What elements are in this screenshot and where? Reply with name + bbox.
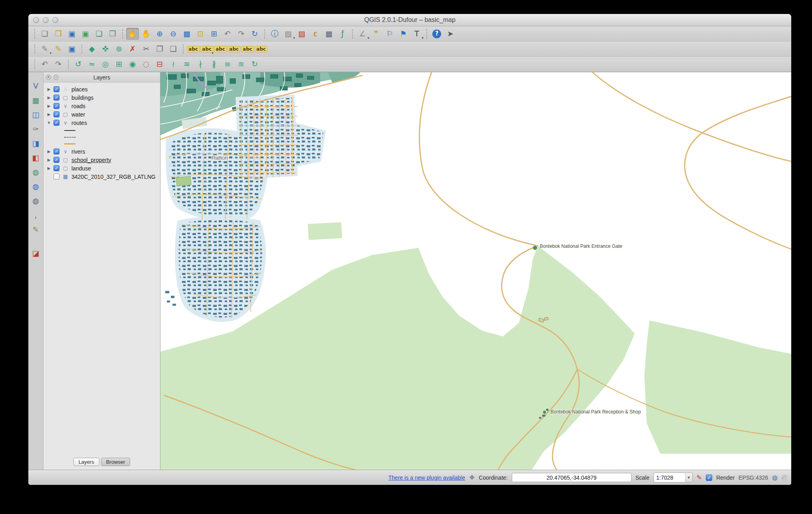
titlebar[interactable]: QGIS 2.0.1-Dufour – basic_map xyxy=(28,14,791,26)
measure-button[interactable]: ∠▾ xyxy=(356,28,369,40)
layer-label[interactable]: 3420C_2010_327_RGB_LATLNG xyxy=(71,174,156,180)
node-tool-button[interactable]: ⊚ xyxy=(113,43,125,55)
merge-attributes-button[interactable]: ≊ xyxy=(235,58,248,70)
paste-features-button[interactable]: ❑ xyxy=(167,43,180,55)
layer-row-places[interactable]: ▶✓∴places xyxy=(44,85,160,93)
refresh-map-button[interactable]: ↻ xyxy=(248,28,261,40)
highlight-pinned-labels-button[interactable]: abc xyxy=(214,43,227,55)
zoom-to-layer-button[interactable]: ⊞ xyxy=(208,28,220,40)
new-bookmark-button[interactable]: ⚐ xyxy=(383,28,396,40)
close-window-button[interactable] xyxy=(33,17,39,23)
open-project-button[interactable]: ❐ xyxy=(52,28,65,40)
crs-status-button[interactable]: ◍ xyxy=(772,474,778,481)
layer-visibility-checkbox[interactable]: ✓ xyxy=(53,111,59,117)
layer-visibility-checkbox[interactable]: ✓ xyxy=(53,86,59,92)
composer-manager-button[interactable]: ❒ xyxy=(106,28,119,40)
layer-row-roads[interactable]: ▶✓∨roads xyxy=(44,102,160,110)
expand-arrow-icon[interactable]: ▶ xyxy=(47,95,51,100)
delete-ring-button[interactable]: ◌ xyxy=(140,58,152,70)
current-edits-button[interactable]: ✎▾ xyxy=(38,43,51,55)
pan-to-selection-button[interactable]: ✋ xyxy=(140,28,152,40)
select-features-button[interactable]: ▧▾ xyxy=(282,28,295,40)
new-project-button[interactable]: ❏ xyxy=(38,28,51,40)
select-by-expression-button[interactable]: ε xyxy=(309,28,322,40)
render-checkbox[interactable]: ✓ xyxy=(706,474,712,481)
layer-label[interactable]: routes xyxy=(71,120,87,126)
split-features-button[interactable]: ∤ xyxy=(194,58,207,70)
save-layer-edits-button[interactable]: ▣ xyxy=(65,43,78,55)
text-annotation-button[interactable]: T▾ xyxy=(410,28,423,40)
save-project-as-button[interactable]: ▣ xyxy=(79,28,92,40)
zoom-window-button[interactable] xyxy=(52,17,58,23)
zoom-to-selection-button[interactable]: ⊡ xyxy=(194,28,207,40)
db-manager-button[interactable]: ◪ xyxy=(30,247,42,259)
layer-visibility-checkbox[interactable] xyxy=(53,174,59,180)
minimize-window-button[interactable] xyxy=(43,17,49,23)
layer-row-school-property[interactable]: ▶✓▢school_property xyxy=(44,156,160,164)
offset-curve-button[interactable]: ≋ xyxy=(180,58,193,70)
open-attribute-table-button[interactable]: ▦ xyxy=(323,28,335,40)
layer-row-3420c-2010-327-rgb-latlng[interactable]: ▦3420C_2010_327_RGB_LATLNG xyxy=(44,172,160,181)
save-project-button[interactable]: ▣ xyxy=(65,28,78,40)
layer-row-routes[interactable]: ▼✓∨routes xyxy=(44,119,160,127)
rotate-point-symbols-button[interactable]: ↻ xyxy=(248,58,261,70)
layer-visibility-checkbox[interactable]: ✓ xyxy=(53,95,59,101)
pan-map-button[interactable]: ✋ xyxy=(126,28,139,40)
deselect-features-button[interactable]: ▧ xyxy=(295,28,308,40)
layer-row-rivers[interactable]: ▶✓∨rivers xyxy=(44,147,160,156)
field-calculator-button[interactable]: ƒ xyxy=(336,28,349,40)
layer-visibility-checkbox[interactable]: ✓ xyxy=(53,148,59,154)
redo-button[interactable]: ↷ xyxy=(52,58,65,70)
add-part-button[interactable]: ⊞ xyxy=(113,58,125,70)
whats-this-button[interactable]: ➤ xyxy=(444,28,457,40)
add-wms-layer-button[interactable]: ◍ xyxy=(30,166,42,178)
zoom-full-button[interactable]: ▩ xyxy=(180,28,193,40)
panel-close-button[interactable]: × xyxy=(46,75,51,80)
layer-label[interactable]: school_property xyxy=(71,157,111,163)
delete-part-button[interactable]: ⊟ xyxy=(153,58,166,70)
zoom-out-button[interactable]: ⊖ xyxy=(167,28,180,40)
add-wfs-layer-button[interactable]: ◍ xyxy=(30,195,42,207)
delete-selected-button[interactable]: ✗ xyxy=(126,43,139,55)
add-mssql-layer-button[interactable]: ◨ xyxy=(30,138,42,149)
split-parts-button[interactable]: ∦ xyxy=(208,58,220,70)
zoom-last-button[interactable]: ↶ xyxy=(221,28,234,40)
map-canvas[interactable]: Railton Bontebok National Park Entrance … xyxy=(160,72,791,470)
layer-label[interactable]: roads xyxy=(71,103,85,109)
reshape-features-button[interactable]: ≀ xyxy=(167,58,180,70)
new-plugin-link[interactable]: There is a new plugin available xyxy=(388,474,465,481)
expand-arrow-icon[interactable]: ▶ xyxy=(47,149,51,154)
layer-visibility-checkbox[interactable]: ✓ xyxy=(53,120,59,126)
cut-features-button[interactable]: ✂ xyxy=(140,43,152,55)
new-shapefile-layer-button[interactable]: ✎ xyxy=(30,224,42,235)
add-feature-button[interactable]: ◆ xyxy=(85,43,98,55)
expand-arrow-icon[interactable]: ▶ xyxy=(47,112,51,117)
undo-button[interactable]: ↶ xyxy=(38,58,51,70)
pin-unpin-labels-button[interactable]: abc▾ xyxy=(200,43,213,55)
rotate-label-button[interactable]: abc xyxy=(241,43,254,55)
change-label-properties-button[interactable]: abc xyxy=(255,43,267,55)
layer-row-landuse[interactable]: ▶✓▢landuse xyxy=(44,164,160,172)
new-print-composer-button[interactable]: ❏ xyxy=(93,28,105,40)
merge-features-button[interactable]: ≡ xyxy=(221,58,234,70)
toggle-editing-button[interactable]: ✎ xyxy=(52,43,65,55)
layer-label[interactable]: buildings xyxy=(71,95,93,101)
add-postgis-layer-button[interactable]: ◫ xyxy=(30,109,42,121)
expand-arrow-icon[interactable]: ▶ xyxy=(47,104,51,108)
resize-grip[interactable] xyxy=(782,475,787,480)
simplify-feature-button[interactable]: ≈ xyxy=(85,58,98,70)
layer-label[interactable]: landuse xyxy=(71,165,91,172)
add-ring-button[interactable]: ◎ xyxy=(99,58,112,70)
layer-row-water[interactable]: ▶✓▢water xyxy=(44,110,160,119)
panel-float-button[interactable]: ◦ xyxy=(53,75,59,80)
move-feature-button[interactable]: ✜ xyxy=(99,43,112,55)
add-oracle-layer-button[interactable]: ◧ xyxy=(30,152,42,164)
layer-visibility-checkbox[interactable]: ✓ xyxy=(53,157,59,163)
rotate-feature-button[interactable]: ↺ xyxy=(72,58,85,70)
expand-arrow-icon[interactable]: ▶ xyxy=(47,87,51,91)
fill-ring-button[interactable]: ◉ xyxy=(126,58,139,70)
add-raster-layer-button[interactable]: ▦ xyxy=(30,95,42,106)
add-vector-layer-button[interactable]: V xyxy=(30,80,42,92)
add-spatialite-layer-button[interactable]: ✑ xyxy=(30,123,42,135)
layer-visibility-checkbox[interactable]: ✓ xyxy=(53,103,59,109)
